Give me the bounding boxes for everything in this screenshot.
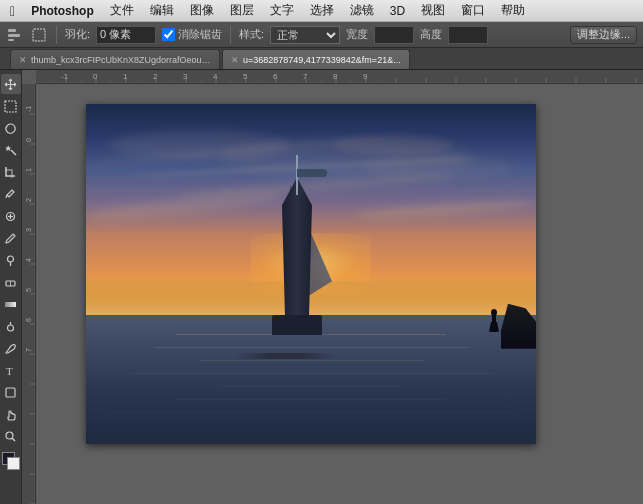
- photo-scene: [86, 104, 536, 444]
- crop-tool[interactable]: [1, 162, 21, 182]
- svg-text:6: 6: [273, 72, 278, 81]
- tab-1-close[interactable]: ✕: [19, 55, 27, 65]
- style-label: 样式:: [239, 27, 264, 42]
- antialiasing-checkbox[interactable]: [162, 28, 175, 41]
- separator-1: [56, 26, 57, 44]
- svg-rect-0: [8, 29, 16, 32]
- svg-text:7: 7: [25, 348, 32, 352]
- tool-preset-icon[interactable]: [6, 26, 24, 44]
- canvas-area[interactable]: -1 0 1 2 3 4 5 6 7 8 9: [22, 70, 643, 504]
- svg-text:T: T: [6, 365, 13, 377]
- svg-text:7: 7: [303, 72, 308, 81]
- menu-file[interactable]: 文件: [108, 2, 136, 19]
- burj-al-arab: [257, 155, 337, 335]
- svg-text:-1: -1: [25, 106, 32, 112]
- photo-canvas: [86, 104, 536, 444]
- eraser-tool[interactable]: [1, 272, 21, 292]
- svg-text:4: 4: [213, 72, 218, 81]
- ruler-v-svg: -1 0 1 2 3 4 5 6 7: [22, 84, 36, 504]
- healing-tool[interactable]: [1, 206, 21, 226]
- shape-tool[interactable]: [1, 382, 21, 402]
- menu-help[interactable]: 帮助: [499, 2, 527, 19]
- width-input[interactable]: [374, 26, 414, 44]
- svg-text:9: 9: [363, 72, 368, 81]
- svg-text:5: 5: [25, 288, 32, 292]
- refine-edge-button[interactable]: 调整边缘...: [570, 26, 637, 44]
- svg-text:6: 6: [25, 318, 32, 322]
- svg-text:0: 0: [25, 138, 32, 142]
- menu-filter[interactable]: 滤镜: [348, 2, 376, 19]
- magic-wand-tool[interactable]: [1, 140, 21, 160]
- tab-2-close[interactable]: ✕: [231, 55, 239, 65]
- menu-image[interactable]: 图像: [188, 2, 216, 19]
- menu-photoshop[interactable]: Photoshop: [29, 4, 96, 18]
- height-label: 高度: [420, 27, 442, 42]
- tab-2[interactable]: ✕ u=3682878749,4177339842&fm=21&...: [222, 49, 410, 69]
- menu-layer[interactable]: 图层: [228, 2, 256, 19]
- burj-tower: [282, 177, 312, 317]
- svg-text:2: 2: [25, 198, 32, 202]
- svg-text:5: 5: [243, 72, 248, 81]
- marquee-tool[interactable]: [1, 96, 21, 116]
- figure-silhouette: [488, 302, 500, 332]
- burj-arm: [297, 169, 327, 177]
- menu-select[interactable]: 选择: [308, 2, 336, 19]
- brush-tool[interactable]: [1, 228, 21, 248]
- tab-1[interactable]: ✕ thumb_kcx3rcFIPcUbKnX8ZUgdorrafOeoux..…: [10, 49, 220, 69]
- move-tool[interactable]: [1, 74, 21, 94]
- svg-point-10: [8, 256, 14, 262]
- svg-text:-1: -1: [61, 72, 69, 81]
- burj-base: [272, 315, 322, 335]
- figure-skirt: [489, 322, 499, 332]
- feather-input[interactable]: [96, 26, 156, 44]
- canvas-content[interactable]: [36, 84, 643, 504]
- height-input[interactable]: [448, 26, 488, 44]
- lasso-tool[interactable]: [1, 118, 21, 138]
- apple-menu[interactable]: : [8, 3, 17, 19]
- svg-rect-18: [6, 388, 15, 397]
- svg-rect-1: [8, 34, 20, 37]
- menu-bar:  Photoshop 文件 编辑 图像 图层 文字 选择 滤镜 3D 视图 窗…: [0, 0, 643, 22]
- menu-edit[interactable]: 编辑: [148, 2, 176, 19]
- toolbar-right: 调整边缘...: [570, 26, 637, 44]
- gradient-tool[interactable]: [1, 294, 21, 314]
- svg-rect-4: [5, 101, 16, 112]
- svg-text:8: 8: [333, 72, 338, 81]
- menu-view[interactable]: 视图: [419, 2, 447, 19]
- menu-window[interactable]: 窗口: [459, 2, 487, 19]
- marquee-tool-icon[interactable]: [30, 26, 48, 44]
- options-toolbar: 羽化: 消除锯齿 样式: 正常 固定比例 固定大小 宽度 高度 调整边缘...: [0, 22, 643, 48]
- tools-panel: T: [0, 70, 22, 504]
- dodge-tool[interactable]: [1, 316, 21, 336]
- color-swatch[interactable]: [2, 452, 20, 470]
- antialiasing-checkbox-label[interactable]: 消除锯齿: [162, 27, 222, 42]
- text-tool[interactable]: T: [1, 360, 21, 380]
- burj-platform: [235, 353, 335, 359]
- tab-1-label: thumb_kcx3rcFIPcUbKnX8ZUgdorrafOeoux...: [31, 55, 211, 65]
- menu-text[interactable]: 文字: [268, 2, 296, 19]
- menu-3d[interactable]: 3D: [388, 4, 407, 18]
- tab-bar: ✕ thumb_kcx3rcFIPcUbKnX8ZUgdorrafOeoux..…: [0, 48, 643, 70]
- svg-line-20: [12, 438, 15, 441]
- separator-2: [230, 26, 231, 44]
- svg-rect-14: [5, 302, 16, 307]
- pen-tool[interactable]: [1, 338, 21, 358]
- ruler-h-svg: -1 0 1 2 3 4 5 6 7 8 9: [36, 70, 643, 84]
- svg-text:1: 1: [25, 168, 32, 172]
- hand-tool[interactable]: [1, 404, 21, 424]
- zoom-tool[interactable]: [1, 426, 21, 446]
- svg-line-5: [11, 150, 16, 155]
- svg-text:3: 3: [25, 228, 32, 232]
- style-select[interactable]: 正常 固定比例 固定大小: [270, 26, 340, 44]
- svg-line-6: [6, 195, 7, 198]
- clone-tool[interactable]: [1, 250, 21, 270]
- feather-label: 羽化:: [65, 27, 90, 42]
- svg-point-19: [6, 432, 13, 439]
- svg-text:4: 4: [25, 258, 32, 262]
- eyedropper-tool[interactable]: [1, 184, 21, 204]
- svg-text:3: 3: [183, 72, 188, 81]
- width-label: 宽度: [346, 27, 368, 42]
- svg-text:2: 2: [153, 72, 158, 81]
- svg-text:1: 1: [123, 72, 128, 81]
- ruler-vertical: -1 0 1 2 3 4 5 6 7: [22, 84, 36, 504]
